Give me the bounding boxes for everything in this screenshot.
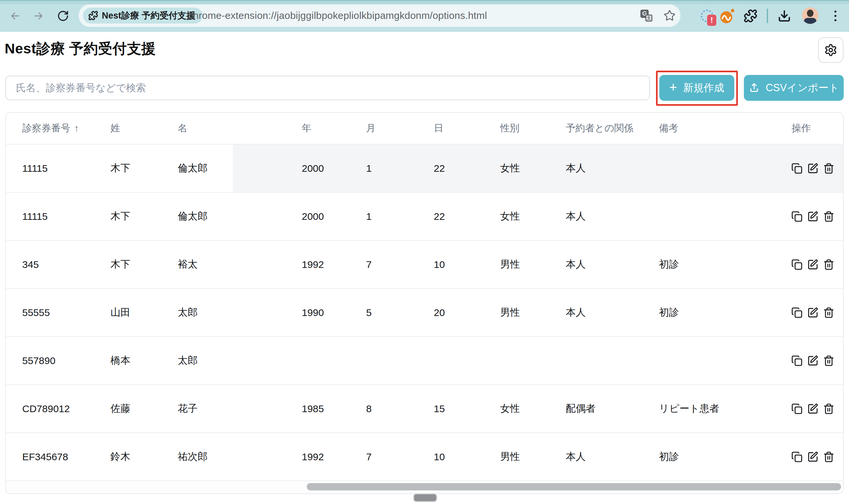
browser-menu-icon[interactable] (830, 8, 841, 23)
copy-icon[interactable] (792, 355, 802, 367)
cell-first-name: 花子 (178, 402, 302, 415)
page-title: Nest診療 予約受付支援 (5, 39, 156, 58)
csv-import-button[interactable]: CSVインポート (744, 75, 844, 101)
delete-icon[interactable] (823, 259, 834, 271)
copy-icon[interactable] (792, 259, 802, 271)
copy-icon[interactable] (792, 211, 802, 222)
cell-last-name: 木下 (110, 258, 178, 271)
settings-button[interactable] (818, 37, 844, 63)
column-header-gender[interactable]: 性別 (500, 122, 566, 135)
delete-icon[interactable] (823, 162, 834, 175)
cell-relation: 本人 (566, 210, 659, 223)
alert-badge: ! (706, 14, 717, 26)
cell-gender: 女性 (500, 210, 566, 223)
downloads-icon[interactable] (777, 8, 792, 23)
bookmark-star-icon[interactable] (663, 9, 676, 22)
cell-ticket: EF345678 (18, 451, 110, 463)
bottom-drag-handle[interactable] (413, 493, 437, 502)
copy-icon[interactable] (792, 162, 802, 175)
cell-year: 1985 (302, 403, 366, 414)
cell-ticket: 11115 (18, 211, 110, 222)
extensions-puzzle-icon[interactable] (743, 8, 758, 23)
row-actions (792, 162, 834, 175)
patients-table: 診察券番号 ↑ 姓 名 年 月 日 性別 予約者との関係 備考 操作 11115… (5, 112, 844, 494)
column-header-note[interactable]: 備考 (659, 122, 792, 135)
translate-icon[interactable]: G 文 (640, 9, 653, 22)
row-actions (792, 211, 834, 222)
reload-icon[interactable] (56, 9, 70, 22)
copy-icon[interactable] (792, 451, 802, 463)
column-header-actions: 操作 (792, 122, 834, 135)
cell-last-name: 鈴木 (110, 450, 178, 464)
table-row[interactable]: EF345678 鈴木 祐次郎 1992 7 10 男性 本人 初診 (6, 432, 843, 481)
column-header-day[interactable]: 日 (434, 122, 500, 135)
profile-avatar[interactable] (802, 7, 818, 24)
table-row[interactable]: 345 木下 裕太 1992 7 10 男性 本人 初診 (6, 240, 843, 288)
table-row[interactable]: 11115 木下 倫太郎 2000 1 22 女性 本人 (6, 192, 843, 240)
cell-ticket: CD789012 (18, 403, 110, 414)
forward-icon[interactable] (32, 9, 45, 22)
edit-icon[interactable] (807, 307, 818, 319)
cell-year: 1990 (302, 307, 366, 318)
edit-icon[interactable] (807, 162, 818, 175)
delete-icon[interactable] (823, 211, 834, 222)
delete-icon[interactable] (823, 355, 834, 367)
cell-last-name: 佐藤 (110, 402, 178, 415)
edit-icon[interactable] (807, 211, 818, 222)
cell-day: 22 (434, 211, 500, 222)
edit-icon[interactable] (807, 259, 818, 271)
cell-last-name: 山田 (110, 306, 178, 319)
table-body: 11115 木下 倫太郎 2000 1 22 女性 本人 (6, 144, 843, 481)
table-header-row: 診察券番号 ↑ 姓 名 年 月 日 性別 予約者との関係 備考 操作 (6, 113, 843, 144)
cell-note: 初診 (659, 306, 792, 319)
table-row[interactable]: CD789012 佐藤 花子 1985 8 15 女性 配偶者 リピート患者 (6, 384, 843, 432)
column-header-year[interactable]: 年 (302, 122, 366, 135)
cell-relation: 本人 (566, 161, 659, 175)
upload-icon (748, 82, 760, 93)
row-actions (792, 403, 834, 415)
cell-first-name: 祐次郎 (178, 450, 302, 464)
extension-name-chip[interactable]: Nest診療 予約受付支援 (83, 7, 203, 23)
cell-month: 5 (366, 307, 434, 318)
edit-icon[interactable] (807, 451, 818, 463)
cell-first-name: 倫太郎 (178, 210, 302, 223)
wave-extension-icon[interactable] (719, 7, 735, 24)
create-new-button[interactable]: + 新規作成 (659, 75, 734, 101)
delete-icon[interactable] (823, 403, 834, 415)
copy-icon[interactable] (792, 403, 802, 415)
cell-relation: 配偶者 (566, 402, 659, 415)
column-header-month[interactable]: 月 (366, 122, 434, 135)
delete-icon[interactable] (823, 307, 834, 319)
cell-ticket: 55555 (18, 307, 110, 318)
cell-day: 15 (434, 403, 500, 414)
extension-notification-icon[interactable]: ! (699, 8, 715, 24)
table-row[interactable]: 557890 橋本 太郎 (6, 336, 843, 384)
url-text[interactable]: chrome-extension://jaobijggilbpokepliolk… (188, 10, 487, 21)
column-header-first-name[interactable]: 名 (178, 122, 302, 135)
search-input[interactable] (5, 76, 650, 100)
edit-icon[interactable] (807, 355, 818, 367)
cell-month: 1 (366, 211, 434, 222)
horizontal-scrollbar-thumb[interactable] (307, 483, 841, 490)
extension-chip-label: Nest診療 予約受付支援 (102, 10, 195, 21)
copy-icon[interactable] (792, 307, 802, 319)
cell-first-name: 裕太 (178, 258, 302, 271)
delete-icon[interactable] (823, 451, 834, 463)
cell-month: 1 (366, 163, 434, 174)
table-row[interactable]: 55555 山田 太郎 1990 5 20 男性 本人 初診 (6, 288, 843, 336)
table-row[interactable]: 11115 木下 倫太郎 2000 1 22 女性 本人 (6, 144, 843, 192)
back-icon[interactable] (8, 9, 22, 22)
column-header-ticket[interactable]: 診察券番号 ↑ (18, 122, 110, 135)
sort-asc-icon: ↑ (74, 123, 79, 133)
cell-first-name: 太郎 (178, 354, 302, 367)
horizontal-scrollbar-track[interactable] (6, 481, 843, 493)
extension-puzzle-icon (88, 11, 98, 21)
column-header-last-name[interactable]: 姓 (110, 122, 178, 135)
edit-icon[interactable] (807, 403, 818, 415)
cell-relation: 本人 (566, 306, 659, 319)
plus-icon: + (669, 80, 677, 94)
address-bar[interactable]: Nest診療 予約受付支援 chrome-extension://jaobijg… (78, 4, 681, 27)
column-header-relation[interactable]: 予約者との関係 (566, 122, 659, 135)
cell-note: リピート患者 (659, 402, 792, 415)
toolbar-separator (767, 8, 768, 23)
